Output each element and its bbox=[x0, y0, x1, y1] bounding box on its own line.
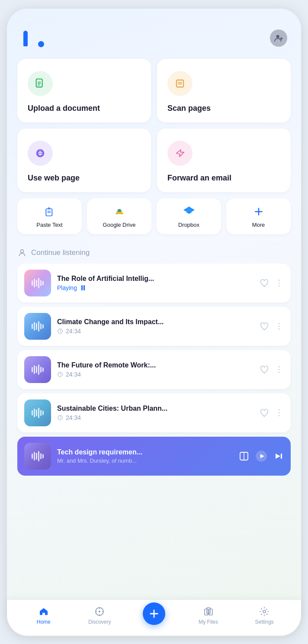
track-item[interactable]: The Future of Remote Work:... 24:34 bbox=[17, 350, 291, 389]
svg-point-26 bbox=[279, 283, 280, 284]
webpage-icon-wrap bbox=[28, 141, 53, 166]
svg-rect-13 bbox=[48, 207, 50, 209]
nav-add-button[interactable] bbox=[143, 602, 165, 625]
upload-document-label: Upload a document bbox=[28, 104, 100, 113]
google-drive-card[interactable]: Google Drive bbox=[87, 198, 151, 234]
track-title: Climate Change and Its Impact... bbox=[57, 318, 253, 326]
svg-rect-3 bbox=[36, 79, 42, 87]
track-item[interactable]: The Role of Artificial Intellig... Playi… bbox=[17, 264, 291, 303]
nav-myfiles[interactable]: My Files bbox=[196, 606, 221, 625]
track-info: Climate Change and Its Impact... 24:34 bbox=[57, 318, 253, 335]
skip-forward-icon[interactable] bbox=[273, 451, 284, 461]
track-title: Sustainable Cities: Urban Plann... bbox=[57, 405, 253, 412]
svg-point-37 bbox=[279, 409, 280, 411]
playing-label: Playing bbox=[57, 284, 77, 291]
svg-point-47 bbox=[99, 611, 100, 612]
more-options-icon[interactable] bbox=[274, 278, 284, 288]
use-webpage-card[interactable]: Use web page bbox=[17, 129, 151, 192]
svg-rect-7 bbox=[176, 80, 183, 87]
upload-icon-wrap bbox=[28, 71, 53, 96]
more-options-icon[interactable] bbox=[274, 365, 284, 374]
svg-point-25 bbox=[279, 280, 280, 281]
heart-icon[interactable] bbox=[260, 365, 269, 374]
track-duration: 24:34 bbox=[57, 328, 253, 335]
track-actions bbox=[260, 365, 284, 374]
track-item[interactable]: Climate Change and Its Impact... 24:34 bbox=[17, 307, 291, 346]
svg-rect-54 bbox=[205, 609, 208, 615]
now-playing-bar[interactable]: Tech design requiremen... Mr. and Mrs. D… bbox=[17, 437, 291, 476]
scan-pages-card[interactable]: Scan pages bbox=[157, 59, 291, 122]
play-icon[interactable] bbox=[255, 450, 267, 462]
paste-text-label: Paste Text bbox=[36, 222, 62, 228]
duration-label: 24:34 bbox=[66, 414, 81, 421]
track-thumbnail bbox=[24, 270, 51, 296]
svg-rect-56 bbox=[207, 608, 210, 614]
small-actions-row: Paste Text bbox=[7, 192, 301, 234]
continue-listening-header: Continue listening bbox=[7, 234, 301, 264]
more-label: More bbox=[252, 222, 265, 228]
track-title: The Role of Artificial Intellig... bbox=[57, 275, 253, 283]
layout-icon[interactable] bbox=[239, 451, 249, 461]
continue-listening-label: Continue listening bbox=[31, 248, 90, 257]
more-options-icon[interactable] bbox=[274, 408, 284, 418]
track-title: The Future of Remote Work:... bbox=[57, 361, 253, 369]
nav-discovery[interactable]: Discovery bbox=[87, 606, 112, 625]
forward-email-label: Forward an email bbox=[167, 174, 231, 183]
duration-label: 24:34 bbox=[66, 371, 81, 378]
svg-point-29 bbox=[279, 323, 280, 324]
add-user-button[interactable] bbox=[270, 29, 287, 47]
google-drive-label: Google Drive bbox=[103, 222, 136, 228]
now-playing-title: Tech design requiremen... bbox=[57, 448, 233, 456]
svg-point-27 bbox=[279, 285, 280, 287]
track-info: The Role of Artificial Intellig... Playi… bbox=[57, 275, 253, 291]
nav-settings-label: Settings bbox=[255, 619, 273, 625]
heart-icon[interactable] bbox=[260, 408, 269, 418]
svg-point-35 bbox=[279, 372, 280, 373]
more-card[interactable]: More bbox=[226, 198, 291, 234]
track-thumbnail bbox=[24, 399, 51, 426]
nav-home[interactable]: Home bbox=[31, 606, 57, 625]
track-duration: 24:34 bbox=[57, 414, 253, 421]
track-duration: 24:34 bbox=[57, 371, 253, 378]
svg-point-33 bbox=[279, 366, 280, 367]
svg-marker-44 bbox=[276, 454, 280, 459]
nav-discovery-label: Discovery bbox=[88, 619, 111, 625]
nav-home-label: Home bbox=[37, 619, 51, 625]
svg-point-39 bbox=[279, 415, 280, 416]
track-thumbnail bbox=[24, 313, 51, 340]
dropbox-card[interactable]: Dropbox bbox=[157, 198, 221, 234]
scan-icon-wrap bbox=[167, 71, 192, 96]
svg-point-24 bbox=[20, 250, 23, 253]
now-playing-subtitle: Mr. and Mrs. Dursley, of numb... bbox=[57, 457, 233, 464]
heart-icon[interactable] bbox=[260, 278, 269, 288]
more-options-icon[interactable] bbox=[274, 322, 284, 331]
track-info: The Future of Remote Work:... 24:34 bbox=[57, 361, 253, 378]
scan-pages-label: Scan pages bbox=[167, 104, 211, 113]
now-playing-thumbnail bbox=[24, 443, 51, 470]
upload-document-card[interactable]: Upload a document bbox=[17, 59, 151, 122]
player-controls bbox=[239, 450, 284, 462]
paste-text-card[interactable]: Paste Text bbox=[17, 198, 82, 234]
nav-myfiles-label: My Files bbox=[199, 619, 218, 625]
pause-icon bbox=[81, 285, 85, 290]
track-list: The Role of Artificial Intellig... Playi… bbox=[7, 264, 301, 432]
track-info: Sustainable Cities: Urban Plann... 24:34 bbox=[57, 405, 253, 421]
nav-settings[interactable]: Settings bbox=[251, 606, 277, 625]
app-logo bbox=[21, 30, 40, 46]
svg-point-30 bbox=[279, 326, 280, 327]
track-thumbnail bbox=[24, 356, 51, 383]
now-playing-info: Tech design requiremen... Mr. and Mrs. D… bbox=[57, 448, 233, 464]
svg-rect-45 bbox=[281, 454, 282, 459]
track-status: Playing bbox=[57, 284, 253, 291]
forward-email-card[interactable]: Forward an email bbox=[157, 129, 291, 192]
heart-icon[interactable] bbox=[260, 322, 269, 331]
svg-rect-55 bbox=[209, 609, 212, 615]
track-actions bbox=[260, 408, 284, 418]
bottom-navigation: Home Discovery bbox=[7, 600, 301, 635]
email-icon-wrap bbox=[167, 141, 192, 166]
duration-label: 24:34 bbox=[66, 328, 81, 335]
svg-point-31 bbox=[279, 328, 280, 330]
track-item[interactable]: Sustainable Cities: Urban Plann... 24:34 bbox=[17, 393, 291, 432]
track-actions bbox=[260, 322, 284, 331]
svg-point-34 bbox=[279, 369, 280, 370]
